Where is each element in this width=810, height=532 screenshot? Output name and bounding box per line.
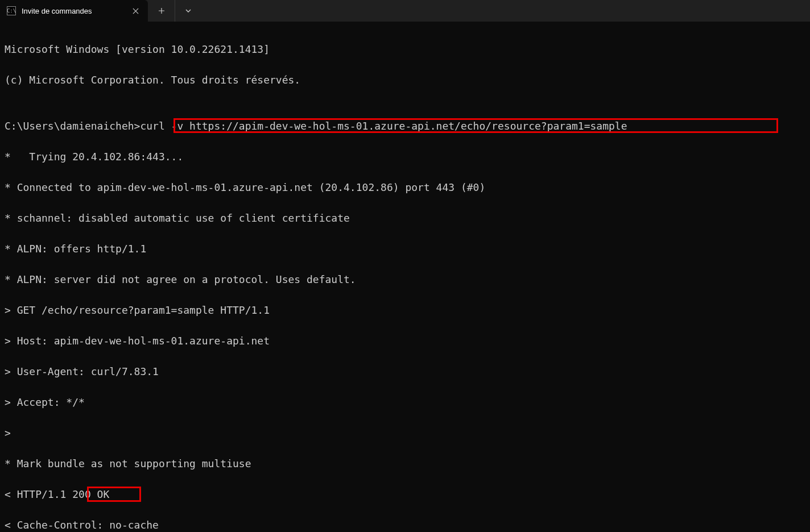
terminal-line: Microsoft Windows [version 10.0.22621.14…: [5, 41, 805, 57]
tab-dropdown-button[interactable]: [175, 0, 201, 22]
new-tab-button[interactable]: [148, 0, 175, 22]
cmd-icon: C:\: [7, 6, 16, 15]
terminal-line: < HTTP/1.1 200 OK: [5, 487, 805, 502]
terminal-line: >: [5, 425, 805, 440]
terminal-line: C:\Users\damienaicheh>curl -v https://ap…: [5, 118, 805, 134]
terminal-line: (c) Microsoft Corporation. Tous droits r…: [5, 72, 805, 88]
terminal-line: < Cache-Control: no-cache: [5, 517, 805, 532]
titlebar-buttons: [148, 0, 201, 22]
titlebar: C:\ Invite de commandes: [0, 0, 810, 22]
terminal-line: * Mark bundle as not supporting multiuse: [5, 456, 805, 471]
terminal-tab[interactable]: C:\ Invite de commandes: [0, 0, 148, 22]
close-tab-button[interactable]: [129, 4, 142, 18]
terminal-line: * ALPN: offers http/1.1: [5, 241, 805, 256]
terminal-line: * Trying 20.4.102.86:443...: [5, 149, 805, 164]
terminal-output[interactable]: Microsoft Windows [version 10.0.22621.14…: [0, 22, 810, 532]
terminal-line: > Host: apim-dev-we-hol-ms-01.azure-api.…: [5, 333, 805, 348]
terminal-line: * schannel: disabled automatic use of cl…: [5, 210, 805, 226]
terminal-line: > Accept: */*: [5, 394, 805, 410]
tab-title: Invite de commandes: [22, 7, 123, 15]
terminal-line: * Connected to apim-dev-we-hol-ms-01.azu…: [5, 180, 805, 195]
terminal-line: > GET /echo/resource?param1=sample HTTP/…: [5, 302, 805, 318]
terminal-line: > User-Agent: curl/7.83.1: [5, 364, 805, 379]
terminal-line: * ALPN: server did not agree on a protoc…: [5, 272, 805, 287]
